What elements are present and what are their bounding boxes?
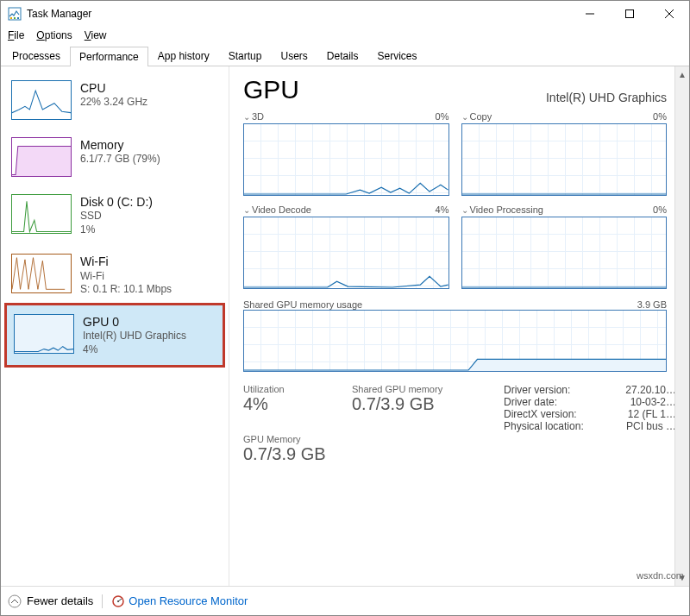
engine-copy-pct: 0% [653,111,667,122]
sidebar-item-memory[interactable]: Memory6.1/7.7 GB (79%) [1,129,229,185]
engine-proc-pct: 0% [653,204,667,215]
sidebar-gpu-sub2: 4% [83,343,186,357]
engine-3d-pct: 0% [436,111,449,122]
shared-mem-value: 0.7/3.9 GB [352,394,490,414]
sidebar-gpu-title: GPU 0 [83,314,186,330]
tab-performance[interactable]: Performance [70,47,148,66]
svg-rect-2 [14,17,16,19]
shared-label: Shared GPU memory usage [243,299,362,310]
separator [102,594,103,608]
dx-value: 12 (FL 1… [628,408,676,420]
drv-date-label: Driver date: [504,396,557,408]
scroll-up-icon[interactable]: ▲ [674,66,689,83]
sidebar-memory-title: Memory [80,137,160,153]
menubar: File Options View [1,27,689,44]
shared-mem-label: Shared GPU memory [352,384,490,394]
resource-monitor-icon [111,594,125,608]
menu-options[interactable]: Options [36,29,72,41]
orm-label: Open Resource Monitor [129,594,248,607]
sidebar-cpu-sub: 22% 3.24 GHz [80,96,147,110]
tab-processes[interactable]: Processes [3,46,70,66]
main-panel: GPU Intel(R) UHD Graphics 3D0% Copy0% Vi… [229,66,689,586]
util-value: 4% [243,394,338,414]
tab-details[interactable]: Details [317,46,368,66]
drv-date-value: 10-03-2… [630,396,676,408]
svg-rect-1 [10,17,12,19]
gpu-mem-value: 0.7/3.9 GB [243,444,338,464]
sidebar-memory-sub: 6.1/7.7 GB (79%) [80,153,160,167]
engine-3d-graph[interactable] [243,123,449,196]
stats-grid: Utilization4% Shared GPU memory0.7/3.9 G… [243,384,667,464]
fewer-details-button[interactable]: Fewer details [8,594,93,608]
tab-app-history[interactable]: App history [148,46,219,66]
minimize-button[interactable] [570,1,610,27]
sidebar-item-wifi[interactable]: Wi-FiWi-FiS: 0.1 R: 10.1 Mbps [1,245,229,305]
statusbar: Fewer details Open Resource Monitor [1,586,689,615]
engine-decode: Video Decode4% [243,204,449,289]
phys-value: PCI bus … [626,420,676,432]
sidebar-gpu-sub: Intel(R) UHD Graphics [83,330,186,343]
sidebar-item-cpu[interactable]: CPU22% 3.24 GHz [1,72,229,129]
sidebar-wifi-title: Wi-Fi [80,254,172,269]
engine-copy-graph[interactable] [461,123,668,196]
sidebar-disk-sub: SSD [80,210,153,223]
sidebar-item-gpu[interactable]: GPU 0Intel(R) UHD Graphics4% [4,303,225,368]
titlebar: Task Manager [1,1,689,27]
menu-view[interactable]: View [85,29,107,41]
shared-max: 3.9 GB [637,299,667,310]
engine-proc-graph[interactable] [461,217,668,289]
maximize-button[interactable] [610,1,649,27]
device-name: Intel(R) UHD Graphics [546,91,667,104]
task-manager-window: Task Manager File Options View Processes… [0,0,690,616]
engine-3d-label[interactable]: 3D [243,111,264,122]
scrollbar[interactable]: ▲▼ [674,66,689,586]
util-label: Utilization [243,384,338,394]
sidebar-item-disk[interactable]: Disk 0 (C: D:)SSD1% [1,185,229,245]
sidebar: CPU22% 3.24 GHz Memory6.1/7.7 GB (79%) D… [1,66,229,586]
engine-copy-label[interactable]: Copy [461,111,492,122]
body: CPU22% 3.24 GHz Memory6.1/7.7 GB (79%) D… [1,66,689,586]
fewer-details-label: Fewer details [27,594,93,607]
svg-marker-8 [12,147,71,176]
titlebar-title: Task Manager [27,8,91,20]
dx-label: DirectX version: [504,408,577,420]
menu-file[interactable]: File [8,29,24,41]
engine-proc: Video Processing0% [461,204,668,289]
sidebar-disk-title: Disk 0 (C: D:) [80,194,153,210]
close-button[interactable] [649,1,689,27]
engine-3d: 3D0% [243,111,449,196]
gpu-mem-label: GPU Memory [243,434,338,444]
svg-marker-9 [244,359,666,371]
sidebar-wifi-sub: Wi-Fi [80,270,172,284]
svg-rect-5 [626,10,634,18]
sidebar-wifi-sub2: S: 0.1 R: 10.1 Mbps [80,283,172,297]
app-icon [8,7,22,21]
drv-ver-label: Driver version: [504,384,570,396]
engine-copy: Copy0% [461,111,668,196]
sidebar-cpu-title: CPU [80,80,147,96]
drv-ver-value: 27.20.10… [625,384,676,396]
svg-point-13 [117,600,119,602]
open-resource-monitor-link[interactable]: Open Resource Monitor [111,594,248,608]
engine-decode-label[interactable]: Video Decode [243,204,311,215]
sidebar-disk-sub2: 1% [80,223,153,237]
shared-graph[interactable] [243,310,667,372]
tab-startup[interactable]: Startup [219,46,272,66]
engine-decode-pct: 4% [436,204,449,215]
tab-strip: Processes Performance App history Startu… [1,44,689,66]
tab-users[interactable]: Users [271,46,317,66]
page-title: GPU [243,75,299,104]
engine-decode-graph[interactable] [243,217,449,289]
chevron-up-circle-icon [8,594,22,608]
phys-label: Physical location: [504,420,584,432]
engine-proc-label[interactable]: Video Processing [461,204,543,215]
tab-services[interactable]: Services [368,46,427,66]
svg-point-10 [9,595,21,607]
watermark: wsxdn.com [637,570,684,581]
svg-rect-3 [17,17,19,19]
